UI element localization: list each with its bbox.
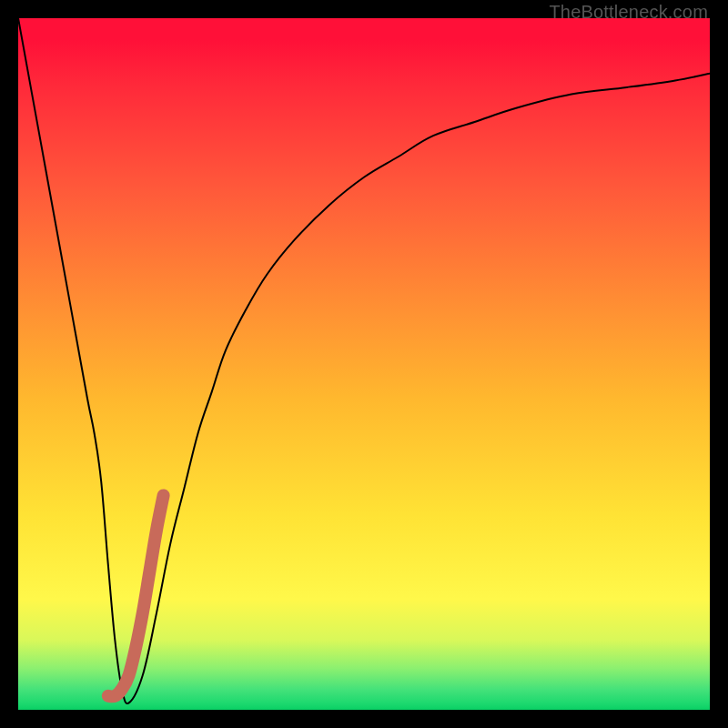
- curve-layer: [18, 18, 710, 710]
- highlight-segment-path: [108, 495, 164, 696]
- plot-area: [18, 18, 710, 710]
- chart-frame: TheBottleneck.com: [0, 0, 728, 728]
- bottleneck-curve-path: [18, 18, 710, 703]
